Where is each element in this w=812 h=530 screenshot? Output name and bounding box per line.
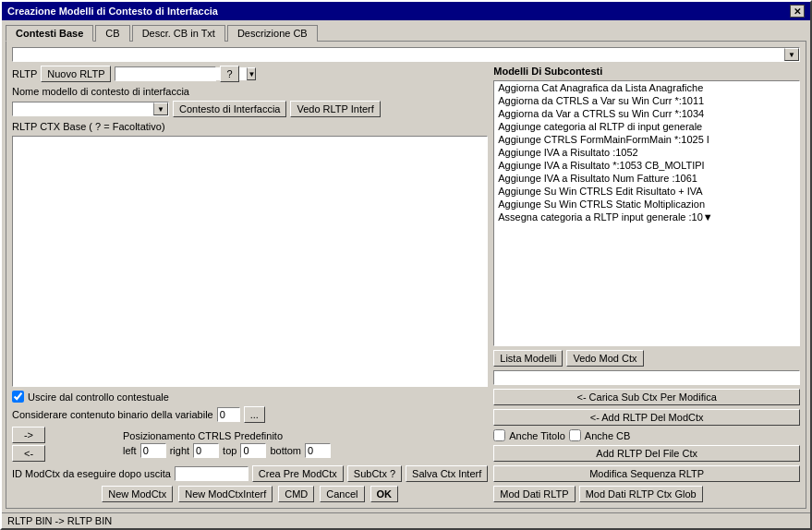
- list-item[interactable]: Assegna categoria a RLTP input generale …: [494, 211, 799, 223]
- ctx-left-arrow[interactable]: ▼: [153, 102, 168, 115]
- main-window: Creazione Modelli di Contesto di Interfa…: [0, 0, 812, 530]
- add-rltp-del-btn[interactable]: <- Add RLTP Del ModCtx: [493, 409, 800, 426]
- right-input-field[interactable]: [493, 370, 800, 385]
- tab-cb[interactable]: CB: [95, 25, 129, 42]
- cmd-btn[interactable]: CMD: [278, 486, 314, 502]
- bottom-buttons-row: New ModCtx New ModCtxInterf CMD Cancel O…: [12, 486, 488, 502]
- vedo-rltp-interf-btn[interactable]: Vedo RLTP Interf: [290, 101, 380, 117]
- ctx-left-input[interactable]: [13, 102, 153, 115]
- list-item[interactable]: Aggiorna da CTRLS a Var su Win Curr *:10…: [494, 94, 799, 107]
- considerare-label: Considerare contenuto binario della vari…: [12, 409, 213, 420]
- id-modctx-row: ID ModCtx da eseguire dopo uscita Crea P…: [12, 465, 488, 482]
- arrow-right-btn[interactable]: ->: [12, 427, 45, 443]
- pos-top-label: top: [223, 445, 236, 456]
- list-item[interactable]: Aggiunge Su Win CTRLS Static Moltiplicaz…: [494, 198, 799, 211]
- uscire-row: Uscire dal controllo contestuale: [12, 391, 488, 403]
- add-rltp-file-btn[interactable]: Add RLTP Del File Ctx: [493, 445, 800, 462]
- sub-ctx-btn[interactable]: SubCtx ?: [347, 465, 402, 482]
- list-item[interactable]: Aggiorna da Var a CTRLS su Win Curr *:10…: [494, 107, 799, 120]
- rltp-combo[interactable]: ▼: [115, 66, 216, 81]
- uscire-label: Uscire dal controllo contestuale: [28, 391, 169, 403]
- rltp-label: RLTP: [12, 68, 37, 79]
- anche-titolo-label: Anche Titolo: [509, 430, 565, 441]
- list-item[interactable]: Aggiorna Cat Anagrafica da Lista Anagraf…: [494, 81, 799, 94]
- anche-row: Anche Titolo Anche CB: [493, 429, 800, 441]
- tab-descr-cb-txt[interactable]: Descr. CB in Txt: [132, 25, 225, 42]
- rltp-combo-arrow[interactable]: ▼: [247, 67, 256, 80]
- list-item[interactable]: Aggiunge Su Win CTRLS Edit Risultato + I…: [494, 185, 799, 198]
- id-modctx-label: ID ModCtx da eseguire dopo uscita: [12, 468, 171, 479]
- pos-bottom-label: bottom: [270, 445, 301, 456]
- list-item[interactable]: Aggiunge CTRLS FormMainFormMain *:1025 I: [494, 133, 799, 146]
- main-content: ▼ RLTP Nuovo RLTP ▼ ? Nome m: [6, 41, 806, 509]
- status-text: RLTP BIN -> RLTP BIN: [7, 515, 112, 526]
- considerare-row: Considerare contenuto binario della vari…: [12, 406, 488, 423]
- pos-right-input[interactable]: [193, 443, 219, 458]
- pos-label: Posizionamento CTRLS Predefinito: [123, 430, 283, 441]
- considerare-input[interactable]: [217, 407, 240, 422]
- new-modctx-btn[interactable]: New ModCtx: [102, 486, 173, 502]
- ctx-base-textarea[interactable]: [12, 136, 488, 387]
- anche-cb-label: Anche CB: [585, 430, 631, 441]
- lista-modelli-btn[interactable]: Lista Modelli: [493, 350, 563, 367]
- crea-pre-btn[interactable]: Crea Pre ModCtx: [252, 465, 344, 482]
- right-panel: Modelli Di Subcontesti Aggiorna Cat Anag…: [493, 66, 800, 502]
- left-panel: RLTP Nuovo RLTP ▼ ? Nome modello di cont…: [12, 66, 488, 502]
- ctx-left-combo[interactable]: ▼: [12, 102, 169, 116]
- window-title: Creazione Modelli di Contesto di Interfa…: [7, 6, 218, 17]
- anche-titolo-chk[interactable]: [493, 429, 505, 441]
- dots-btn[interactable]: ...: [244, 406, 265, 423]
- pos-right-label: right: [170, 445, 189, 456]
- anche-cb-chk[interactable]: [569, 429, 581, 441]
- status-bar: RLTP BIN -> RLTP BIN: [2, 512, 810, 528]
- rltp-row: RLTP Nuovo RLTP ▼ ?: [12, 66, 488, 82]
- contesto-row: ▼ Contesto di Interfaccia Vedo RLTP Inte…: [12, 101, 488, 117]
- arrow-pos-row: -> <- Posizionamento CTRLS Predefinito l…: [12, 427, 488, 462]
- top-dropdown[interactable]: ▼: [12, 47, 800, 62]
- title-bar: Creazione Modelli di Contesto di Interfa…: [2, 2, 810, 20]
- list-item[interactable]: Aggiunge IVA a Risultato *:1053 CB_MOLTI…: [494, 159, 799, 172]
- modelli-subcontesti-label: Modelli Di Subcontesti: [493, 66, 800, 77]
- lista-mod-row: Lista Modelli Vedo Mod Ctx: [493, 350, 800, 367]
- nuovo-rltp-btn[interactable]: Nuovo RLTP: [41, 66, 111, 82]
- tab-contesti-base[interactable]: Contesti Base: [6, 25, 93, 42]
- mod-dati-rltp-btn[interactable]: Mod Dati RLTP: [493, 486, 575, 502]
- arrow-left-btn[interactable]: <-: [12, 445, 45, 462]
- list-item[interactable]: Aggiunge categoria al RLTP di input gene…: [494, 120, 799, 133]
- top-dropdown-input[interactable]: [13, 48, 784, 61]
- list-item[interactable]: Aggiunge IVA a Risultato :1052: [494, 146, 799, 159]
- pos-left-input[interactable]: [140, 443, 166, 458]
- top-dropdown-arrow[interactable]: ▼: [784, 48, 799, 61]
- subcontesti-listbox[interactable]: Aggiorna Cat Anagrafica da Lista Anagraf…: [493, 80, 800, 346]
- pos-top-input[interactable]: [240, 443, 266, 458]
- pos-left-label: left: [123, 445, 137, 456]
- cancel-btn[interactable]: Cancel: [320, 486, 364, 502]
- ctx-base-label: RLTP CTX Base ( ? = Facoltativo): [12, 121, 488, 132]
- list-item[interactable]: Aggiunge IVA a Risultato Num Fatture :10…: [494, 172, 799, 185]
- mod-dati-row: Mod Dati RLTP Mod Dati RLTP Ctx Glob: [493, 486, 800, 502]
- pos-bottom-input[interactable]: [305, 443, 331, 458]
- carica-sub-ctx-btn[interactable]: <- Carica Sub Ctx Per Modifica: [493, 389, 800, 405]
- salva-btn[interactable]: Salva Ctx Interf: [406, 465, 488, 482]
- uscire-checkbox[interactable]: [12, 391, 24, 403]
- mod-dati-ctx-glob-btn[interactable]: Mod Dati RLTP Ctx Glob: [579, 486, 703, 502]
- id-modctx-input[interactable]: [175, 466, 248, 481]
- new-modctx-interf-btn[interactable]: New ModCtxInterf: [178, 486, 273, 502]
- vedo-mod-ctx-btn[interactable]: Vedo Mod Ctx: [566, 350, 643, 367]
- ok-btn[interactable]: OK: [370, 486, 399, 502]
- close-button[interactable]: ✕: [790, 5, 805, 18]
- tab-bar: Contesti Base CB Descr. CB in Txt Descri…: [2, 20, 810, 41]
- rltp-question-btn[interactable]: ?: [220, 66, 238, 82]
- nome-modello-label: Nome modello di contesto di interfaccia: [12, 86, 488, 97]
- tab-descrizione-cb[interactable]: Descrizione CB: [227, 25, 318, 42]
- modifica-seq-btn[interactable]: Modifica Sequenza RLTP: [493, 465, 800, 482]
- contesto-interfaccia-btn[interactable]: Contesto di Interfaccia: [173, 101, 286, 117]
